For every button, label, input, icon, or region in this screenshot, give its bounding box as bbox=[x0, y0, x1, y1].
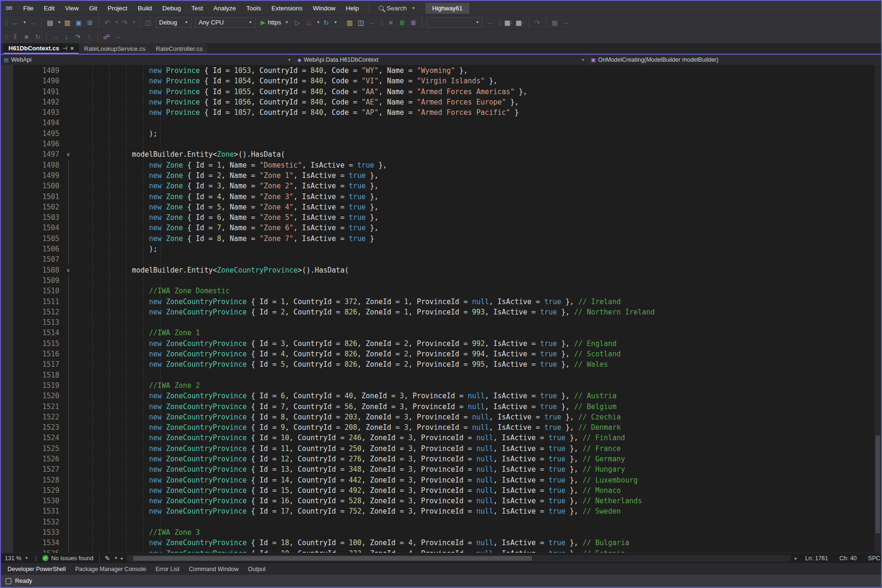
code-line[interactable]: 1531 new ZoneCountryProvince { Id = 17, … bbox=[1, 506, 874, 516]
code-line[interactable]: 1499 new Zone { Id = 2, Name = "Zone 1",… bbox=[1, 170, 874, 181]
code-line[interactable]: 1503 new Zone { Id = 6, Name = "Zone 5",… bbox=[1, 212, 874, 223]
line-number[interactable]: 1528 bbox=[1, 475, 61, 485]
line-number[interactable]: 1499 bbox=[1, 170, 61, 181]
line-number[interactable]: 1508 bbox=[1, 265, 61, 275]
panel-tab-command-window[interactable]: Command Window bbox=[185, 564, 242, 574]
code-line[interactable]: 1515 new ZoneCountryProvince { Id = 3, C… bbox=[1, 338, 874, 349]
generate-migration-icon[interactable]: ▦↓ bbox=[515, 17, 525, 28]
menu-view[interactable]: View bbox=[60, 3, 84, 14]
redo-icon[interactable]: ↷ bbox=[120, 17, 130, 28]
find-in-files-icon[interactable]: ▥ bbox=[345, 17, 355, 28]
format-document-icon[interactable]: ≣ bbox=[408, 17, 418, 28]
hot-reload-icon[interactable]: ♨ bbox=[304, 17, 314, 28]
line-number[interactable]: 1530 bbox=[1, 496, 61, 506]
code-editor[interactable]: 1489 new Province { Id = 1053, CountryId… bbox=[1, 65, 881, 553]
tab-ratelookupservice[interactable]: RateLookupService.cs bbox=[80, 43, 150, 54]
solution-configurations-combo[interactable]: Debug▼ bbox=[156, 17, 192, 28]
panel-tab-package-manager-console[interactable]: Package Manager Console bbox=[72, 564, 150, 574]
fold-collapse-icon[interactable]: ∨ bbox=[61, 149, 75, 160]
toolbar-grip[interactable]: ⣿ bbox=[3, 34, 9, 39]
restart-application-icon[interactable]: ↻ bbox=[321, 17, 331, 28]
code-line[interactable]: 1521 new ZoneCountryProvince { Id = 7, C… bbox=[1, 402, 874, 412]
undo-icon[interactable]: ↶ bbox=[102, 17, 112, 28]
line-number[interactable]: 1520 bbox=[1, 391, 61, 401]
panel-tab-output[interactable]: Output bbox=[244, 564, 270, 574]
stop-debugging-icon[interactable]: ■ bbox=[21, 31, 32, 42]
toolbar-grip[interactable]: ⣿ bbox=[496, 20, 502, 25]
line-number[interactable]: 1502 bbox=[1, 202, 61, 212]
line-number[interactable]: 1498 bbox=[1, 160, 61, 170]
document-health-indicator[interactable]: ✓ No issues found bbox=[39, 555, 97, 562]
window-layout-icon[interactable]: ◫ bbox=[356, 17, 366, 28]
menu-build[interactable]: Build bbox=[133, 3, 157, 14]
code-line[interactable]: 1526 new ZoneCountryProvince { Id = 12, … bbox=[1, 454, 874, 464]
code-line[interactable]: 1501 new Zone { Id = 4, Name = "Zone 3",… bbox=[1, 192, 874, 202]
navigate-back-dropdown-icon[interactable]: ▼ bbox=[23, 20, 26, 24]
line-number[interactable]: 1532 bbox=[1, 517, 61, 527]
line-number[interactable]: 1531 bbox=[1, 506, 61, 516]
code-line[interactable]: 1494 bbox=[1, 118, 874, 128]
breadcrumb-member[interactable]: ▣ OnModelCreating(ModelBuilder modelBuil… bbox=[588, 55, 881, 65]
close-icon[interactable]: × bbox=[70, 45, 74, 52]
code-line[interactable]: 1500 new Zone { Id = 3, Name = "Zone 2",… bbox=[1, 181, 874, 191]
code-line[interactable]: 1505 new Zone { Id = 8, Name = "Zone 7",… bbox=[1, 234, 874, 244]
scroll-left-icon[interactable]: ◄ bbox=[118, 556, 125, 561]
code-line[interactable]: 1513 bbox=[1, 317, 874, 328]
step-over-icon[interactable]: ↷ bbox=[72, 31, 83, 42]
code-line[interactable]: 1528 new ZoneCountryProvince { Id = 14, … bbox=[1, 475, 874, 485]
search-control[interactable]: Search ▼ bbox=[374, 5, 420, 12]
tab-h61dbcontext[interactable]: H61DbContext.cs ⊤ × bbox=[4, 43, 79, 54]
open-file-icon[interactable]: ▥ bbox=[62, 17, 72, 28]
code-line[interactable]: 1522 new ZoneCountryProvince { Id = 8, C… bbox=[1, 412, 874, 422]
hot-reload-dropdown-icon[interactable]: ▼ bbox=[316, 20, 320, 24]
horizontal-scrollbar[interactable] bbox=[127, 555, 791, 562]
line-number[interactable]: 1525 bbox=[1, 443, 61, 454]
pause-icon[interactable]: ‖ bbox=[10, 31, 20, 42]
update-database-icon[interactable]: ▦↓ bbox=[504, 17, 514, 28]
code-line[interactable]: 1523 new ZoneCountryProvince { Id = 9, C… bbox=[1, 422, 874, 433]
toolbar-grip[interactable]: ⣿ bbox=[3, 20, 9, 25]
code-line[interactable]: 1516 new ZoneCountryProvince { Id = 4, C… bbox=[1, 349, 874, 359]
menu-extensions[interactable]: Extensions bbox=[266, 3, 308, 14]
menu-project[interactable]: Project bbox=[103, 3, 133, 14]
line-number[interactable]: 1511 bbox=[1, 297, 61, 307]
code-line[interactable]: 1533 //IWA Zone 3 bbox=[1, 527, 874, 538]
line-number[interactable]: 1492 bbox=[1, 97, 61, 107]
code-line[interactable]: 1502 new Zone { Id = 5, Name = "Zone 4",… bbox=[1, 202, 874, 212]
feedback-icon[interactable] bbox=[6, 578, 11, 584]
line-indicator[interactable]: Ln: 1761 bbox=[800, 555, 834, 562]
comment-out-icon[interactable]: ≡ bbox=[385, 17, 396, 28]
menu-git[interactable]: Git bbox=[84, 3, 102, 14]
line-number[interactable]: 1497 bbox=[1, 149, 61, 160]
line-number[interactable]: 1527 bbox=[1, 464, 61, 475]
code-line[interactable]: 1529 new ZoneCountryProvince { Id = 15, … bbox=[1, 485, 874, 496]
line-number[interactable]: 1515 bbox=[1, 338, 61, 349]
code-cleanup-icon[interactable]: ✎ bbox=[102, 553, 112, 564]
vertical-scrollbar[interactable] bbox=[874, 65, 881, 553]
toolbar-overflow-dash[interactable]: – bbox=[367, 17, 377, 28]
step-into-icon[interactable]: ↓ bbox=[61, 31, 72, 42]
toolbar-overflow-dash[interactable]: – bbox=[561, 17, 571, 28]
code-line[interactable]: 1511 new ZoneCountryProvince { Id = 1, C… bbox=[1, 297, 874, 307]
code-line[interactable]: 1504 new Zone { Id = 7, Name = "Zone 6",… bbox=[1, 223, 874, 233]
line-number[interactable]: 1522 bbox=[1, 412, 61, 422]
line-number[interactable]: 1524 bbox=[1, 433, 61, 443]
menu-window[interactable]: Window bbox=[308, 3, 341, 14]
code-line[interactable]: 1512 new ZoneCountryProvince { Id = 2, C… bbox=[1, 307, 874, 317]
zoom-control[interactable]: 131 % ▼ bbox=[1, 555, 32, 562]
text-editor-navigation-combo[interactable]: ▼ bbox=[427, 17, 482, 28]
step-out-icon[interactable]: ↑ bbox=[84, 31, 94, 42]
code-line[interactable]: 1491 new Province { Id = 1055, CountryId… bbox=[1, 87, 874, 97]
line-number[interactable]: 1535 bbox=[1, 548, 61, 553]
line-number[interactable]: 1523 bbox=[1, 422, 61, 433]
line-number[interactable]: 1494 bbox=[1, 118, 61, 128]
code-line[interactable]: 1520 new ZoneCountryProvince { Id = 6, C… bbox=[1, 391, 874, 401]
extension-icon[interactable]: ▦ bbox=[550, 17, 560, 28]
code-line[interactable]: 1524 new ZoneCountryProvince { Id = 10, … bbox=[1, 433, 874, 443]
navigate-back-icon[interactable]: ← bbox=[10, 17, 20, 28]
code-line[interactable]: 1507 bbox=[1, 254, 874, 265]
line-number[interactable]: 1490 bbox=[1, 76, 61, 86]
breadcrumb-project[interactable]: ▤ WebApi ▼ bbox=[1, 55, 295, 65]
new-item-dropdown-icon[interactable]: ▼ bbox=[57, 20, 61, 24]
save-icon[interactable]: ▣ bbox=[73, 17, 84, 28]
